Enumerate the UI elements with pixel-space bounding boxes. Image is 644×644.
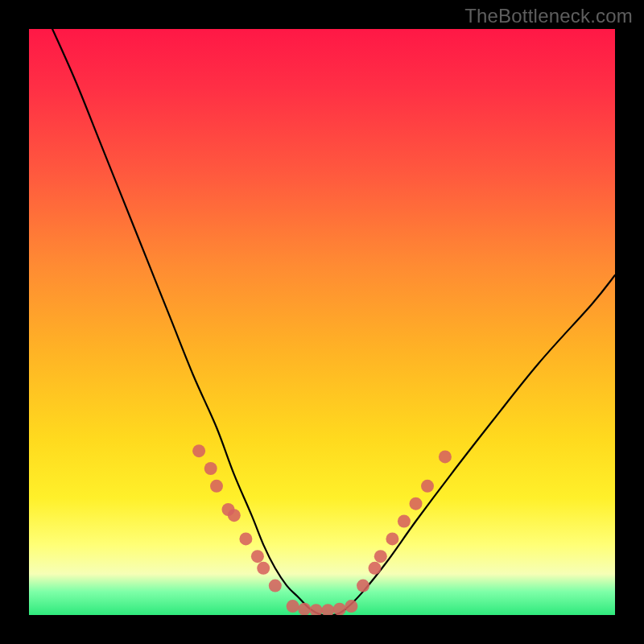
data-point	[439, 450, 452, 463]
chart-svg	[29, 29, 615, 615]
bottleneck-curve	[52, 29, 615, 615]
curve-group	[52, 29, 615, 615]
data-point	[204, 462, 217, 475]
data-point	[239, 532, 252, 545]
data-point	[345, 600, 357, 613]
data-point	[222, 503, 235, 516]
data-point	[386, 532, 398, 545]
data-point	[298, 603, 311, 615]
data-point	[257, 562, 270, 575]
data-point	[321, 604, 334, 615]
data-point	[287, 600, 299, 613]
data-point	[269, 580, 282, 592]
data-point	[410, 497, 423, 510]
data-point	[357, 580, 369, 592]
data-point	[192, 444, 205, 457]
markers-group	[192, 444, 452, 615]
data-point	[369, 562, 382, 575]
data-point	[251, 550, 264, 563]
data-point	[310, 604, 323, 615]
data-point	[228, 509, 241, 522]
plot-area	[29, 29, 615, 615]
chart-frame: TheBottleneck.com	[0, 0, 644, 644]
data-point	[398, 515, 411, 528]
data-point	[421, 480, 434, 493]
data-point	[210, 480, 223, 493]
data-point	[333, 603, 346, 615]
watermark-label: TheBottleneck.com	[464, 5, 633, 27]
data-point	[374, 550, 387, 563]
